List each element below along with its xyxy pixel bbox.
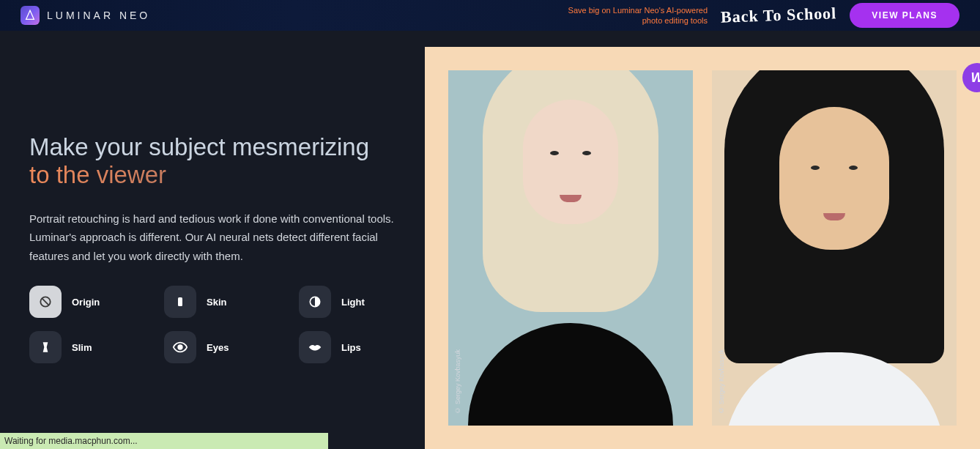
promo-line1: Save big on Luminar Neo's AI-powered [568,6,708,15]
tool-grid: Origin Skin Light Slim [29,286,396,363]
image-credit: © Sergey Kovbasyuk [454,349,461,414]
promo-text: Save big on Luminar Neo's AI-powered pho… [568,5,708,26]
tool-origin[interactable]: Origin [29,286,161,318]
eye-icon [164,331,196,363]
headline-accent: to the viewer [29,161,166,188]
contrast-icon [299,286,331,318]
tool-label: Slim [72,342,92,353]
portrait-before: © Sergey Kovbasyuk [448,70,693,426]
brand-link[interactable]: LUMINAR NEO [21,6,150,25]
tool-light[interactable]: Light [299,286,431,318]
brand-name: LUMINAR NEO [47,10,150,21]
promo-line2: photo editing tools [642,16,708,25]
tool-skin[interactable]: Skin [164,286,296,318]
widget-glyph: W [971,70,981,86]
skin-icon [164,286,196,318]
headline-part1: Make your subject mesmerizing [29,133,369,160]
tool-label: Light [341,297,365,308]
status-text: Waiting for media.macphun.com... [4,436,138,446]
svg-line-1 [42,299,48,305]
svg-point-4 [178,346,182,350]
gallery: © Sergey Kovbasyuk © Sergey Kovbasyuk [425,47,980,449]
promo-banner: LUMINAR NEO Save big on Luminar Neo's AI… [0,0,980,31]
tool-slim[interactable]: Slim [29,331,161,363]
brand-logo-icon [21,6,40,25]
tool-label: Eyes [207,342,229,353]
image-credit: © Sergey Kovbasyuk [718,349,725,414]
promo-script: Back To School [721,4,837,27]
hero-subtext: Portrait retouching is hard and tedious … [29,209,396,266]
main-content: Make your subject mesmerizing to the vie… [0,31,980,449]
tool-label: Origin [72,297,100,308]
svg-rect-2 [178,297,182,306]
tool-label: Skin [207,297,226,308]
browser-status-bar: Waiting for media.macphun.com... [0,433,328,449]
banner-right: Save big on Luminar Neo's AI-powered pho… [568,3,959,28]
view-plans-button[interactable]: VIEW PLANS [850,3,959,28]
headline: Make your subject mesmerizing to the vie… [29,133,396,189]
tool-label: Lips [341,342,361,353]
hero-section: Make your subject mesmerizing to the vie… [0,31,425,449]
lips-icon [299,331,331,363]
portrait-after: © Sergey Kovbasyuk [712,70,957,426]
tool-lips[interactable]: Lips [299,331,431,363]
tool-eyes[interactable]: Eyes [164,331,296,363]
ban-icon [29,286,62,318]
slim-icon [29,331,62,363]
